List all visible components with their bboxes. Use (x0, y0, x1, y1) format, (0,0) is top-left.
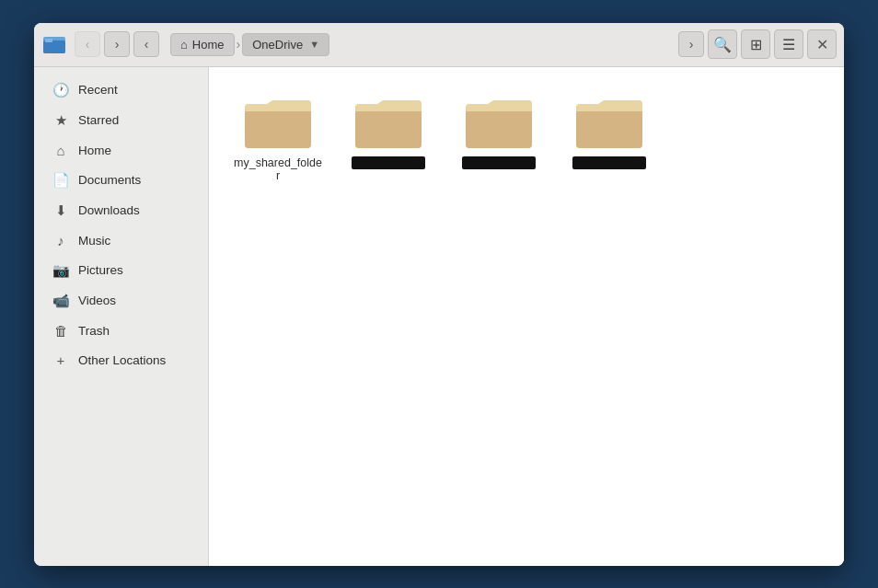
sidebar-item-trash[interactable]: 🗑 Trash (38, 317, 204, 345)
sidebar-music-label: Music (78, 234, 110, 248)
nav-down-button[interactable]: › (678, 31, 704, 57)
sidebar-pictures-label: Pictures (78, 263, 123, 277)
forward-button[interactable]: › (104, 31, 130, 57)
sidebar-item-starred[interactable]: ★ Starred (38, 106, 204, 135)
home-icon: ⌂ (52, 143, 69, 158)
folder-icon (462, 93, 536, 152)
close-icon: ✕ (816, 36, 828, 53)
view-grid-button[interactable]: ⊞ (741, 29, 770, 59)
sidebar-downloads-label: Downloads (78, 203, 140, 217)
sidebar-item-documents[interactable]: 📄 Documents (38, 166, 204, 195)
breadcrumb-home-label: Home (192, 38, 225, 52)
sidebar-trash-label: Trash (78, 324, 110, 338)
plus-icon: + (52, 352, 69, 368)
videos-icon: 📹 (52, 293, 69, 309)
sidebar-item-music[interactable]: ♪ Music (38, 226, 204, 255)
folder-label: my_shared_folder (232, 156, 324, 182)
sidebar-item-downloads[interactable]: ⬇ Downloads (38, 196, 204, 225)
sidebar-home-label: Home (78, 144, 111, 157)
breadcrumb-onedrive-label: OneDrive (252, 38, 303, 52)
sidebar-other-locations-label: Other Locations (78, 353, 166, 367)
app-icon (41, 31, 67, 57)
folder-item-4[interactable] (559, 86, 660, 190)
breadcrumb-onedrive[interactable]: OneDrive ▼ (242, 33, 329, 56)
list-icon: ☰ (782, 36, 795, 53)
recent-icon: 🕐 (52, 82, 69, 98)
svg-rect-2 (45, 39, 52, 42)
chevron-down-icon: ▼ (309, 39, 319, 50)
folder-label-redacted (462, 156, 536, 169)
back-button[interactable]: ‹ (75, 31, 100, 57)
close-button[interactable]: ✕ (807, 29, 837, 59)
breadcrumb: ⌂ Home › OneDrive ▼ (170, 33, 667, 56)
home-icon: ⌂ (180, 38, 188, 52)
folder-icon (241, 93, 315, 152)
sidebar-recent-label: Recent (78, 83, 118, 97)
file-manager-window: ‹ › ‹ ⌂ Home › OneDrive ▼ › 🔍 ⊞ (34, 23, 844, 566)
sidebar-starred-label: Starred (78, 113, 119, 127)
nav-up-button[interactable]: ‹ (133, 31, 159, 57)
trash-icon: 🗑 (52, 323, 69, 339)
documents-icon: 📄 (52, 172, 69, 189)
search-icon: 🔍 (713, 36, 732, 53)
music-icon: ♪ (52, 233, 69, 248)
search-button[interactable]: 🔍 (708, 29, 737, 59)
pictures-icon: 📷 (52, 262, 69, 279)
toolbar-right: 🔍 ⊞ ☰ ✕ (708, 29, 837, 59)
folder-item-my-shared-folder[interactable]: my_shared_folder (227, 86, 329, 190)
sidebar-item-home[interactable]: ⌂ Home (38, 136, 204, 165)
sidebar-videos-label: Videos (78, 294, 116, 307)
folder-label-redacted (572, 156, 646, 169)
grid-icon: ⊞ (750, 36, 762, 53)
breadcrumb-home[interactable]: ⌂ Home (170, 33, 235, 56)
folder-icon (352, 93, 425, 152)
folder-icon (572, 93, 646, 152)
sidebar-documents-label: Documents (78, 173, 141, 187)
sidebar-item-other-locations[interactable]: + Other Locations (38, 346, 204, 375)
sidebar-item-pictures[interactable]: 📷 Pictures (38, 256, 204, 285)
sidebar-item-videos[interactable]: 📹 Videos (38, 286, 204, 316)
folder-label-redacted (352, 156, 425, 169)
folder-item-3[interactable] (448, 86, 549, 190)
downloads-icon: ⬇ (52, 202, 69, 219)
star-icon: ★ (52, 112, 69, 129)
sidebar: 🕐 Recent ★ Starred ⌂ Home 📄 Documents ⬇ … (34, 67, 209, 566)
breadcrumb-separator: › (237, 37, 241, 52)
sidebar-item-recent[interactable]: 🕐 Recent (38, 75, 204, 105)
file-area: my_shared_folder (209, 67, 844, 566)
titlebar: ‹ › ‹ ⌂ Home › OneDrive ▼ › 🔍 ⊞ (34, 23, 844, 67)
main-area: 🕐 Recent ★ Starred ⌂ Home 📄 Documents ⬇ … (34, 67, 844, 566)
folder-item-2[interactable] (338, 86, 439, 190)
view-list-button[interactable]: ☰ (774, 29, 803, 59)
svg-rect-1 (43, 40, 65, 53)
